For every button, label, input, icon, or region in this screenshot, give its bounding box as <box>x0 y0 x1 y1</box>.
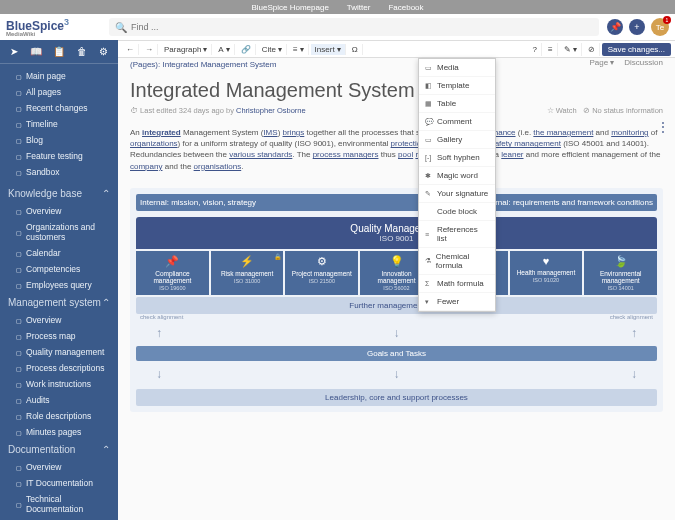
insert-menu-item[interactable]: Code block <box>419 203 495 221</box>
sidebar-item[interactable]: Employees query <box>0 277 118 293</box>
insert-menu-item[interactable]: ⚗Chemical formula <box>419 248 495 275</box>
search-input[interactable] <box>131 22 593 32</box>
insert-menu: ▭Media◧Template▦Table💬Comment▭Gallery[-]… <box>418 58 496 312</box>
link-button[interactable]: 🔗 <box>237 44 256 55</box>
ims-diagram: Internal: mission, vision, strategy Exte… <box>130 188 663 412</box>
insert-menu-item[interactable]: ◧Template <box>419 77 495 95</box>
sidebar-item[interactable]: Feature testing <box>0 148 118 164</box>
sidebar-item[interactable]: Role descriptions <box>0 408 118 424</box>
edit-mode-button[interactable]: ✎ ▾ <box>560 43 582 56</box>
sidebar-item[interactable]: Overview <box>0 459 118 475</box>
user-avatar[interactable]: Te 1 <box>651 18 669 36</box>
sidebar-section-header[interactable]: Knowledge base⌃ <box>0 184 118 203</box>
insert-menu-item[interactable]: ▭Gallery <box>419 131 495 149</box>
tab-page[interactable]: Page ▾ <box>589 58 614 67</box>
management-hub[interactable]: 🍃Environmental managementISO 14001 <box>584 251 657 295</box>
search-box[interactable]: 🔍 <box>109 18 599 36</box>
dia-goals[interactable]: Goals and Tasks <box>136 346 657 361</box>
insert-menu-item[interactable]: ▭Media <box>419 59 495 77</box>
arrow-down-icon: ↓ <box>156 367 162 381</box>
dia-quality-mgmt[interactable]: Quality Management ISO 9001 <box>136 217 657 249</box>
sidebar-section-header[interactable]: Documentation⌃ <box>0 440 118 459</box>
gear-icon[interactable]: ⚙ <box>99 46 108 57</box>
management-hub[interactable]: 📌Compliance managementISO 19600 <box>136 251 209 295</box>
hub-icon: ⚡ <box>213 255 282 268</box>
help-button[interactable]: ? <box>529 43 542 56</box>
dia-further-hubs[interactable]: Further management hubs <box>136 297 657 314</box>
sidebar-section-header[interactable]: Management system⌃ <box>0 293 118 312</box>
management-hub[interactable]: ♥Health managementISO 91020 <box>510 251 583 295</box>
insert-menu-item[interactable]: [-]Soft hyphen <box>419 149 495 167</box>
insert-menu-item[interactable]: 💬Comment <box>419 113 495 131</box>
sidebar-item[interactable]: Audits <box>0 392 118 408</box>
sidebar: ➤ 📖 📋 🗑 ⚙ Main pageAll pagesRecent chang… <box>0 40 118 520</box>
sidebar-item[interactable]: IT Documentation <box>0 475 118 491</box>
add-button[interactable]: + <box>629 19 645 35</box>
top-link[interactable]: Facebook <box>388 3 423 12</box>
insert-menu-item[interactable]: ▦Table <box>419 95 495 113</box>
sidebar-item[interactable]: Calendar <box>0 245 118 261</box>
insert-menu-item[interactable]: ▾Fewer <box>419 293 495 311</box>
insert-menu-item[interactable]: ≡References list <box>419 221 495 248</box>
sidebar-item[interactable]: Timeline <box>0 116 118 132</box>
arrow-down-icon: ↓ <box>394 326 400 340</box>
top-links-bar: BlueSpice Homepage Twitter Facebook <box>0 0 675 14</box>
search-icon: 🔍 <box>115 22 127 33</box>
insert-dropdown[interactable]: Insert ▾ <box>311 44 346 55</box>
sidebar-item[interactable]: Process map <box>0 328 118 344</box>
watch-button[interactable]: ☆ Watch <box>547 106 577 115</box>
clipboard-icon[interactable]: 📋 <box>53 46 65 57</box>
pin-button[interactable]: 📌 <box>607 19 623 35</box>
top-link[interactable]: Twitter <box>347 3 371 12</box>
back-button[interactable]: ← <box>122 44 139 55</box>
sidebar-item[interactable]: Minutes pages <box>0 424 118 440</box>
special-char-button[interactable]: Ω <box>348 44 363 55</box>
status-info: ⊘ No status information <box>583 106 663 115</box>
management-hub[interactable]: ⚙Project managementISO 21500 <box>285 251 358 295</box>
fwd-button[interactable]: → <box>141 44 158 55</box>
list-dropdown[interactable]: ≡ ▾ <box>289 44 309 55</box>
book-icon[interactable]: 📖 <box>30 46 42 57</box>
menu-button[interactable]: ≡ <box>544 43 558 56</box>
nav-icon[interactable]: ➤ <box>10 46 18 57</box>
sidebar-item[interactable]: Main page <box>0 68 118 84</box>
hub-icon: 🍃 <box>586 255 655 268</box>
save-button[interactable]: Save changes... <box>602 43 671 56</box>
insert-menu-item[interactable]: ✎Your signature <box>419 185 495 203</box>
management-hub[interactable]: 🔒⚡Risk managementISO 31000 <box>211 251 284 295</box>
more-actions-icon[interactable]: ⋮ <box>657 120 669 134</box>
sidebar-item[interactable]: Sandbox <box>0 164 118 180</box>
logo[interactable]: BlueSpice3 MediaWiki <box>6 17 69 37</box>
discard-button[interactable]: ⊘ <box>584 43 600 56</box>
sidebar-item[interactable]: Process descriptions <box>0 360 118 376</box>
sidebar-item[interactable]: Recent changes <box>0 100 118 116</box>
menu-item-icon: Σ <box>425 280 433 287</box>
sidebar-item[interactable]: All pages <box>0 84 118 100</box>
hub-icon: ⚙ <box>287 255 356 268</box>
dia-leadership[interactable]: Leadership, core and support processes <box>136 389 657 406</box>
article-body[interactable]: An integrated Management System (IMS) br… <box>118 121 675 178</box>
insert-menu-item[interactable]: ✱Magic word <box>419 167 495 185</box>
tab-discussion[interactable]: Discussion <box>624 58 663 67</box>
sidebar-item[interactable]: Organizations and customers <box>0 219 118 245</box>
cite-dropdown[interactable]: Cite ▾ <box>258 44 287 55</box>
sidebar-item[interactable]: Overview <box>0 312 118 328</box>
sidebar-item[interactable]: Blog <box>0 132 118 148</box>
sidebar-item[interactable]: Competencies <box>0 261 118 277</box>
author-link[interactable]: Christopher Osborne <box>236 106 306 115</box>
top-link[interactable]: BlueSpice Homepage <box>251 3 328 12</box>
page-title: Integrated Management System <box>118 71 675 106</box>
arrow-down-icon: ↓ <box>394 367 400 381</box>
notification-badge: 1 <box>663 16 671 24</box>
trash-icon[interactable]: 🗑 <box>77 46 87 57</box>
insert-menu-item[interactable]: ΣMath formula <box>419 275 495 293</box>
dia-internal: Internal: mission, vision, strategy <box>140 198 256 207</box>
paragraph-dropdown[interactable]: Paragraph ▾ <box>160 44 212 55</box>
sidebar-item[interactable]: Overview <box>0 203 118 219</box>
sidebar-item[interactable]: Work instructions <box>0 376 118 392</box>
sidebar-item[interactable]: Technical Documentation <box>0 491 118 517</box>
menu-item-icon: [-] <box>425 154 433 161</box>
menu-item-icon: ▦ <box>425 100 433 108</box>
sidebar-item[interactable]: Quality management <box>0 344 118 360</box>
text-style-dropdown[interactable]: A ▾ <box>214 44 234 55</box>
